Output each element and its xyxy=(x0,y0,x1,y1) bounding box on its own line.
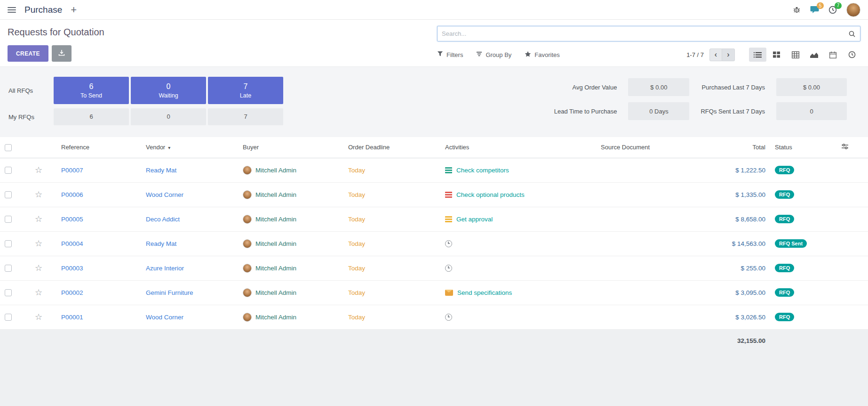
buyer-name[interactable]: Mitchell Admin xyxy=(255,314,296,321)
buyer-name[interactable]: Mitchell Admin xyxy=(255,240,296,247)
favorite-star-icon[interactable]: ☆ xyxy=(35,165,42,175)
vendor-link[interactable]: Wood Corner xyxy=(146,314,183,321)
buyer-avatar xyxy=(243,190,252,199)
activity-icon[interactable] xyxy=(445,290,453,296)
activity-link[interactable]: Send specifications xyxy=(457,289,512,296)
row-checkbox[interactable] xyxy=(5,289,12,296)
vendor-link[interactable]: Wood Corner xyxy=(146,191,183,198)
optional-columns-toggle-icon[interactable] xyxy=(841,144,849,151)
column-header-reference[interactable]: Reference xyxy=(56,137,141,158)
favorite-star-icon[interactable]: ☆ xyxy=(35,263,42,273)
column-header-vendor[interactable]: Vendor▾ xyxy=(141,137,238,158)
favorites-button[interactable]: Favorites xyxy=(525,51,559,59)
buyer-name[interactable]: Mitchell Admin xyxy=(255,265,296,272)
vendor-link[interactable]: Gemini Furniture xyxy=(146,289,193,296)
export-button[interactable] xyxy=(52,45,72,62)
buyer-name[interactable]: Mitchell Admin xyxy=(255,191,296,198)
debug-icon[interactable] xyxy=(793,6,801,14)
pager-previous-button[interactable]: ‹ xyxy=(709,49,722,61)
vendor-link[interactable]: Ready Mat xyxy=(146,167,176,174)
column-header-activities[interactable]: Activities xyxy=(440,137,596,158)
favorite-star-icon[interactable]: ☆ xyxy=(35,190,42,199)
favorite-star-icon[interactable]: ☆ xyxy=(35,239,42,248)
create-button[interactable]: CREATE xyxy=(8,45,48,62)
table-row[interactable]: ☆ P00004 Ready Mat Mitchell Admin Today … xyxy=(0,231,868,256)
row-checkbox[interactable] xyxy=(5,265,12,272)
reference-link[interactable]: P00003 xyxy=(61,265,83,272)
view-pivot-button[interactable] xyxy=(787,48,804,62)
row-checkbox[interactable] xyxy=(5,314,12,321)
search-icon[interactable] xyxy=(848,30,856,38)
vendor-link[interactable]: Ready Mat xyxy=(146,240,176,247)
vendor-link[interactable]: Deco Addict xyxy=(146,216,180,223)
column-header-status[interactable]: Status xyxy=(770,137,822,158)
my-tile-to-send[interactable]: 6 xyxy=(54,108,129,125)
reference-link[interactable]: P00006 xyxy=(61,191,83,198)
order-deadline: Today xyxy=(348,167,365,174)
column-header-total[interactable]: Total xyxy=(676,137,770,158)
app-name[interactable]: Purchase xyxy=(24,5,62,15)
activity-icon[interactable] xyxy=(445,216,452,222)
buyer-name[interactable]: Mitchell Admin xyxy=(255,289,296,296)
messages-icon[interactable]: 5 xyxy=(810,6,819,14)
activity-link[interactable]: Check optional products xyxy=(456,191,525,198)
activity-icon[interactable] xyxy=(445,265,452,272)
view-activity-button[interactable] xyxy=(843,48,860,62)
favorite-star-icon[interactable]: ☆ xyxy=(35,288,42,297)
table-row[interactable]: ☆ P00002 Gemini Furniture Mitchell Admin… xyxy=(0,280,868,305)
row-checkbox[interactable] xyxy=(5,167,12,174)
reference-link[interactable]: P00005 xyxy=(61,216,83,223)
reference-link[interactable]: P00002 xyxy=(61,289,83,296)
activity-icon[interactable] xyxy=(445,240,452,247)
table-row[interactable]: ☆ P00003 Azure Interior Mitchell Admin T… xyxy=(0,256,868,280)
column-header-buyer[interactable]: Buyer xyxy=(238,137,343,158)
row-checkbox[interactable] xyxy=(5,191,12,198)
view-calendar-button[interactable] xyxy=(824,48,842,62)
source-document xyxy=(596,231,676,256)
buyer-name[interactable]: Mitchell Admin xyxy=(255,216,296,223)
order-deadline: Today xyxy=(348,191,365,198)
pager-next-button[interactable]: › xyxy=(722,49,735,61)
view-graph-button[interactable] xyxy=(805,48,823,62)
order-deadline: Today xyxy=(348,265,365,272)
reference-link[interactable]: P00004 xyxy=(61,240,83,247)
column-header-order-deadline[interactable]: Order Deadline xyxy=(343,137,440,158)
user-avatar[interactable] xyxy=(846,3,860,17)
view-kanban-button[interactable] xyxy=(768,48,785,62)
row-checkbox[interactable] xyxy=(5,216,12,223)
tile-to-send[interactable]: 6 To Send xyxy=(54,77,129,104)
activity-icon[interactable] xyxy=(445,192,452,198)
activity-link[interactable]: Get approval xyxy=(456,216,493,223)
reference-link[interactable]: P00001 xyxy=(61,314,83,321)
table-row[interactable]: ☆ P00006 Wood Corner Mitchell Admin Toda… xyxy=(0,182,868,207)
vendor-link[interactable]: Azure Interior xyxy=(146,265,184,272)
activity-icon[interactable] xyxy=(445,314,452,321)
total-amount: $ 255.00 xyxy=(741,265,765,272)
view-list-button[interactable] xyxy=(749,48,766,62)
table-row[interactable]: ☆ P00005 Deco Addict Mitchell Admin Toda… xyxy=(0,207,868,231)
plus-icon[interactable]: + xyxy=(71,5,77,15)
favorite-star-icon[interactable]: ☆ xyxy=(35,214,42,224)
activity-icon[interactable] xyxy=(445,167,452,173)
column-header-source-document[interactable]: Source Document xyxy=(596,137,676,158)
reference-link[interactable]: P00007 xyxy=(61,167,83,174)
table-header-row: Reference Vendor▾ Buyer Order Deadline A… xyxy=(0,137,868,158)
activities-icon[interactable]: 7 xyxy=(828,6,837,14)
table-row[interactable]: ☆ P00001 Wood Corner Mitchell Admin Toda… xyxy=(0,305,868,329)
my-tile-waiting[interactable]: 0 xyxy=(131,108,206,125)
buyer-name[interactable]: Mitchell Admin xyxy=(255,167,296,174)
tile-waiting[interactable]: 0 Waiting xyxy=(131,77,206,104)
apps-menu-icon[interactable] xyxy=(8,7,16,13)
select-all-checkbox[interactable] xyxy=(5,144,12,151)
row-checkbox[interactable] xyxy=(5,240,12,247)
status-badge: RFQ xyxy=(775,190,794,199)
group-by-button[interactable]: Group By xyxy=(476,51,511,58)
my-tile-late[interactable]: 7 xyxy=(208,108,283,125)
search-input[interactable] xyxy=(442,30,848,37)
tile-late[interactable]: 7 Late xyxy=(208,77,283,104)
activity-link[interactable]: Check competitors xyxy=(456,167,509,174)
filters-button[interactable]: Filters xyxy=(437,51,463,58)
favorite-star-icon[interactable]: ☆ xyxy=(35,312,42,322)
funnel-icon xyxy=(437,51,443,58)
table-row[interactable]: ☆ P00007 Ready Mat Mitchell Admin Today … xyxy=(0,158,868,182)
